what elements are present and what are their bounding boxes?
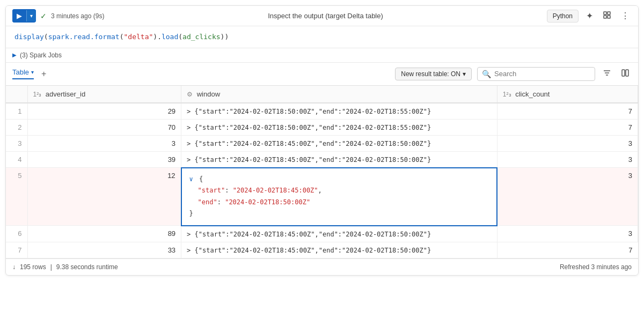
new-result-arrow-icon: ▾ <box>463 70 466 78</box>
download-icon[interactable]: ↓ <box>12 263 16 271</box>
row-num-5: 5 <box>6 168 27 226</box>
window-col-icon: ⚙ <box>187 91 193 98</box>
code-paren4: ( <box>178 33 182 41</box>
table-row: 1 29 > {"start":"2024-02-02T18:50:00Z","… <box>6 103 638 120</box>
col-header-click-count: 1²₃ click_count <box>497 86 638 103</box>
col-header-advertiser-id: 1²₃ advertiser_id <box>27 86 181 103</box>
status-time: 3 minutes ago (9s) <box>51 12 104 20</box>
search-input[interactable] <box>494 70 590 78</box>
toolbar-left: ▶ ✓ 3 minutes ago (9s) <box>12 9 104 23</box>
window-7[interactable]: > {"start":"2024-02-02T18:45:00Z","end":… <box>181 242 497 258</box>
row-count: 195 rows <box>20 263 46 271</box>
window-collapsed-4: > {"start":"2024-02-02T18:45:00Z","end":… <box>187 156 431 164</box>
window-1[interactable]: > {"start":"2024-02-02T18:50:00Z","end":… <box>181 103 497 120</box>
click-count-col-label: click_count <box>515 90 550 98</box>
code-area: display(spark.read.format("delta").load(… <box>6 26 638 48</box>
window-5-expanded[interactable]: ∨ { "start": "2024-02-02T18:45:00Z", "en… <box>181 168 497 226</box>
click-count-1: 7 <box>497 103 638 120</box>
table-tab-arrow-icon: ▾ <box>31 69 34 75</box>
click-count-5: 3 <box>497 168 638 226</box>
table-footer: ↓ 195 rows | 9.38 seconds runtime Refres… <box>6 258 638 275</box>
code-spark-fn: spark.read. <box>48 33 94 41</box>
row-num-1: 1 <box>6 103 27 120</box>
window-col-label: window <box>197 90 220 98</box>
click-count-2: 7 <box>497 119 638 135</box>
sparkle-button[interactable]: ✦ <box>584 10 595 22</box>
table-tab[interactable]: Table ▾ <box>12 68 34 79</box>
json-end-field: "end": "2024-02-02T18:50:00Z" <box>198 197 489 209</box>
code-paren-open: ( <box>44 33 48 41</box>
click-count-3: 3 <box>497 135 638 151</box>
footer-separator: | <box>50 263 52 271</box>
advertiser-id-col-label: advertiser_id <box>46 90 85 98</box>
notebook-cell: ▶ ✓ 3 minutes ago (9s) Inspect the outpu… <box>5 5 639 276</box>
json-expanded-5: ∨ { "start": "2024-02-02T18:45:00Z", "en… <box>189 174 489 220</box>
spark-jobs-row[interactable]: ▶ (3) Spark Jobs <box>6 48 638 63</box>
columns-button[interactable] <box>619 68 632 80</box>
json-val-start: "2024-02-02T18:45:00Z" <box>233 187 318 194</box>
new-result-label: New result table: ON <box>401 70 460 78</box>
svg-rect-2 <box>604 16 606 18</box>
code-load-fn: load <box>162 33 178 41</box>
svg-rect-4 <box>622 70 625 76</box>
window-2[interactable]: > {"start":"2024-02-02T18:50:00Z","end":… <box>181 119 497 135</box>
json-key-start: "start" <box>198 187 225 194</box>
toolbar-right: Python ✦ ⋮ <box>547 10 632 23</box>
window-3[interactable]: > {"start":"2024-02-02T18:45:00Z","end":… <box>181 135 497 151</box>
cell-toolbar: ▶ ✓ 3 minutes ago (9s) Inspect the outpu… <box>6 6 638 26</box>
data-table-wrap: 1²₃ advertiser_id ⚙ window 1²₃ click_cou… <box>6 86 638 258</box>
data-table: 1²₃ advertiser_id ⚙ window 1²₃ click_cou… <box>6 86 638 258</box>
search-box: 🔍 <box>477 67 595 81</box>
python-button[interactable]: Python <box>547 10 579 23</box>
runtime-label: 9.38 seconds runtime <box>56 263 118 271</box>
code-format-fn: format <box>94 33 120 41</box>
code-paren5: )) <box>221 33 229 41</box>
window-collapsed-7: > {"start":"2024-02-02T18:45:00Z","end":… <box>187 247 431 254</box>
json-key-end: "end" <box>198 198 217 206</box>
window-collapsed-1: > {"start":"2024-02-02T18:50:00Z","end":… <box>187 108 431 115</box>
code-paren2: ( <box>120 33 124 41</box>
code-string-delta: "delta" <box>124 33 153 41</box>
spark-triangle-icon: ▶ <box>12 52 17 58</box>
spark-jobs-label: (3) Spark Jobs <box>20 51 62 59</box>
svg-rect-0 <box>604 12 606 14</box>
table-tab-label: Table <box>12 68 29 76</box>
json-collapse-toggle-5[interactable]: ∨ <box>189 175 193 183</box>
row-num-7: 7 <box>6 242 27 258</box>
advertiser-id-3: 3 <box>27 135 181 151</box>
json-val-end: "2024-02-02T18:50:00Z" <box>225 198 310 206</box>
advertiser-id-col-icon: 1²₃ <box>33 91 42 98</box>
advertiser-id-7: 33 <box>27 242 181 258</box>
window-4[interactable]: > {"start":"2024-02-02T18:45:00Z","end":… <box>181 151 497 168</box>
table-row: 2 70 > {"start":"2024-02-02T18:50:00Z","… <box>6 119 638 135</box>
table-row: 4 39 > {"start":"2024-02-02T18:45:00Z","… <box>6 151 638 168</box>
table-row: 6 89 > {"start":"2024-02-02T18:45:00Z","… <box>6 226 638 242</box>
table-row: 7 33 > {"start":"2024-02-02T18:45:00Z","… <box>6 242 638 258</box>
window-6[interactable]: > {"start":"2024-02-02T18:45:00Z","end":… <box>181 226 497 242</box>
code-var-ad-clicks: ad_clicks <box>182 33 220 41</box>
col-header-rownum <box>6 86 27 103</box>
svg-rect-1 <box>608 12 610 14</box>
new-result-button[interactable]: New result table: ON ▾ <box>395 68 472 80</box>
row-num-6: 6 <box>6 226 27 242</box>
window-collapsed-6: > {"start":"2024-02-02T18:45:00Z","end":… <box>187 231 431 238</box>
svg-rect-5 <box>626 70 628 76</box>
add-tab-button[interactable]: + <box>39 69 48 79</box>
filter-button[interactable] <box>601 68 613 80</box>
run-button[interactable]: ▶ <box>12 9 36 23</box>
expand-button[interactable] <box>601 10 613 23</box>
footer-right: Refreshed 3 minutes ago <box>560 263 632 271</box>
advertiser-id-6: 89 <box>27 226 181 242</box>
click-count-7: 7 <box>497 242 638 258</box>
cell-title: Inspect the output (target Delta table) <box>104 12 546 20</box>
window-collapsed-2: > {"start":"2024-02-02T18:50:00Z","end":… <box>187 124 431 131</box>
row-num-4: 4 <box>6 151 27 168</box>
json-start-field: "start": "2024-02-02T18:45:00Z", <box>198 185 489 197</box>
row-num-2: 2 <box>6 119 27 135</box>
table-toolbar: Table ▾ + New result table: ON ▾ 🔍 <box>6 63 638 86</box>
svg-rect-3 <box>608 16 610 18</box>
click-count-4: 3 <box>497 151 638 168</box>
more-button[interactable]: ⋮ <box>619 10 632 22</box>
search-icon: 🔍 <box>482 70 491 78</box>
table-header-row: 1²₃ advertiser_id ⚙ window 1²₃ click_cou… <box>6 86 638 103</box>
